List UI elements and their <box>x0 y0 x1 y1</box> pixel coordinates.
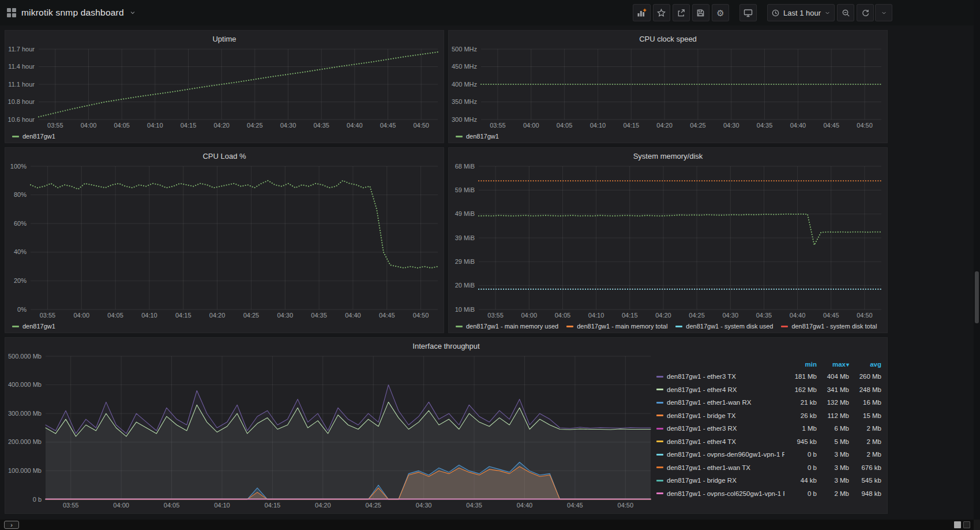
svg-text:04:50: 04:50 <box>618 502 634 509</box>
vertical-scrollbar[interactable] <box>974 0 980 520</box>
series-color-dash <box>656 415 663 416</box>
legend-max-value: 3 Mb <box>817 477 849 484</box>
svg-text:04:10: 04:10 <box>214 502 230 509</box>
panel-title[interactable]: Interface throughput <box>5 338 887 353</box>
legend-min-value: 44 kb <box>784 477 817 484</box>
series-color-dash <box>656 454 663 456</box>
svg-text:04:45: 04:45 <box>379 312 395 319</box>
legend-item[interactable]: den817gw1 - system disk total <box>781 323 877 330</box>
svg-text:350 MHz: 350 MHz <box>452 98 477 105</box>
series-color-dash <box>566 326 573 327</box>
svg-text:04:40: 04:40 <box>345 312 361 319</box>
legend-series-name[interactable]: den817gw1 - bridge TX <box>656 412 784 419</box>
star-button[interactable] <box>653 4 670 21</box>
chevron-right-icon: › <box>10 522 13 528</box>
scroll-button-dark[interactable] <box>963 521 970 528</box>
legend-item[interactable]: den817gw1 - main memory total <box>566 323 667 330</box>
cpu-clock-chart[interactable]: 300 MHz350 MHz400 MHz450 MHz500 MHz03:55… <box>449 46 887 130</box>
cpu-load-chart[interactable]: 0%20%40%60%80%100%03:5504:0004:0504:1004… <box>5 163 444 320</box>
legend-sort-avg[interactable]: avg <box>849 361 881 368</box>
throughput-legend-table: min max▾ avg den817gw1 - ether3 TX181 Mb… <box>656 353 887 514</box>
legend-series-name[interactable]: den817gw1 - ether3 RX <box>656 425 784 432</box>
legend-min-value: 945 kb <box>784 438 817 445</box>
svg-text:300.000 Mb: 300.000 Mb <box>8 410 42 417</box>
uptime-chart[interactable]: 10.6 hour10.8 hour11.1 hour11.4 hour11.7… <box>5 46 444 130</box>
cycle-view-button[interactable] <box>739 4 757 21</box>
svg-text:29 MiB: 29 MiB <box>455 258 475 265</box>
legend-series-name[interactable]: den817gw1 - ether3 TX <box>656 373 784 380</box>
legend-max-value: 132 Mb <box>817 399 849 406</box>
add-panel-button[interactable] <box>633 4 651 21</box>
refresh-button[interactable] <box>857 4 874 21</box>
share-button[interactable] <box>673 4 690 21</box>
svg-text:03:55: 03:55 <box>47 122 63 129</box>
throughput-legend-header: min max▾ avg <box>656 359 881 370</box>
svg-text:04:00: 04:00 <box>523 122 539 129</box>
panel-interface-throughput: Interface throughput 0 b100.000 Mb200.00… <box>5 337 888 514</box>
scroll-button-light[interactable] <box>954 521 961 528</box>
panel-title[interactable]: CPU clock speed <box>449 31 887 46</box>
legend-series-name[interactable]: den817gw1 - ether4 TX <box>656 438 784 445</box>
series-color-dash <box>656 428 663 430</box>
legend-series-name[interactable]: den817gw1 - ether1-wan RX <box>656 399 784 406</box>
legend-item[interactable]: den817gw1 - system disk used <box>675 323 773 330</box>
refresh-caret-down-icon <box>881 10 887 16</box>
legend-series-name[interactable]: den817gw1 - ether4 RX <box>656 386 784 393</box>
svg-text:04:45: 04:45 <box>567 502 583 509</box>
svg-text:10.8 hour: 10.8 hour <box>8 98 35 105</box>
interface-throughput-chart[interactable]: 0 b100.000 Mb200.000 Mb300.000 Mb400.000… <box>5 353 656 510</box>
svg-text:03:55: 03:55 <box>490 122 506 129</box>
time-picker-button[interactable]: Last 1 hour <box>767 4 835 21</box>
legend-sort-min[interactable]: min <box>784 361 817 368</box>
svg-text:04:10: 04:10 <box>147 122 163 129</box>
refresh-icon <box>861 9 870 17</box>
legend-item[interactable]: den817gw1 - main memory used <box>456 323 558 330</box>
svg-text:04:30: 04:30 <box>722 312 738 319</box>
legend-series-name[interactable]: den817gw1 - ether1-wan TX <box>656 464 784 471</box>
memory-disk-legend: den817gw1 - main memory usedden817gw1 - … <box>449 320 887 333</box>
legend-item[interactable]: den817gw1 <box>12 323 55 330</box>
navbar: mikrotik snmp dashboard <box>0 0 980 25</box>
svg-text:04:20: 04:20 <box>315 502 331 509</box>
legend-series-name[interactable]: den817gw1 - ovpns-col6250gw1-vpn-1 RX <box>656 490 784 497</box>
dashboard-title[interactable]: mikrotik snmp dashboard <box>21 8 124 18</box>
vertical-scrollbar-thumb[interactable] <box>975 271 979 323</box>
legend-sort-max[interactable]: max▾ <box>817 361 849 368</box>
svg-text:04:35: 04:35 <box>756 312 772 319</box>
svg-text:10 MiB: 10 MiB <box>455 306 475 313</box>
panel-title[interactable]: System memory/disk <box>449 148 887 163</box>
legend-max-value: 5 Mb <box>817 438 849 445</box>
apps-grid-icon[interactable] <box>7 8 16 17</box>
svg-text:04:10: 04:10 <box>590 122 606 129</box>
svg-text:04:35: 04:35 <box>757 122 773 129</box>
series-color-dash <box>12 136 19 137</box>
svg-text:04:30: 04:30 <box>416 502 432 509</box>
legend-max-value: 404 Mb <box>817 373 849 380</box>
title-caret-down-icon[interactable] <box>129 9 136 16</box>
svg-text:04:20: 04:20 <box>209 312 226 319</box>
panel-title[interactable]: Uptime <box>5 31 444 46</box>
expand-toolbar-button[interactable]: › <box>4 521 19 529</box>
settings-button[interactable]: ⚙ <box>712 4 729 21</box>
svg-text:04:05: 04:05 <box>114 122 130 129</box>
legend-item[interactable]: den817gw1 <box>456 133 499 140</box>
save-button[interactable] <box>692 4 709 21</box>
svg-text:04:40: 04:40 <box>347 122 363 129</box>
legend-item[interactable]: den817gw1 <box>12 133 55 140</box>
svg-text:39 MiB: 39 MiB <box>455 234 475 241</box>
horizontal-scrollbar[interactable]: › <box>0 520 974 530</box>
legend-min-value: 0 b <box>784 451 817 458</box>
svg-text:60%: 60% <box>14 220 27 227</box>
clock-icon <box>771 9 780 17</box>
zoom-out-button[interactable] <box>837 4 854 21</box>
refresh-interval-button[interactable] <box>875 4 892 21</box>
legend-series-name[interactable]: den817gw1 - ovpns-den960gw1-vpn-1 RX <box>656 451 784 458</box>
cpu-load-legend: den817gw1 <box>5 320 444 333</box>
cpu-clock-legend: den817gw1 <box>449 130 887 143</box>
panel-title[interactable]: CPU Load % <box>5 148 444 163</box>
legend-series-name[interactable]: den817gw1 - bridge RX <box>656 477 784 484</box>
memory-disk-chart[interactable]: 10 MiB20 MiB29 MiB39 MiB49 MiB59 MiB68 M… <box>449 163 887 320</box>
legend-label: den817gw1 <box>466 133 499 140</box>
svg-text:0%: 0% <box>17 306 27 313</box>
svg-text:04:05: 04:05 <box>557 122 573 129</box>
